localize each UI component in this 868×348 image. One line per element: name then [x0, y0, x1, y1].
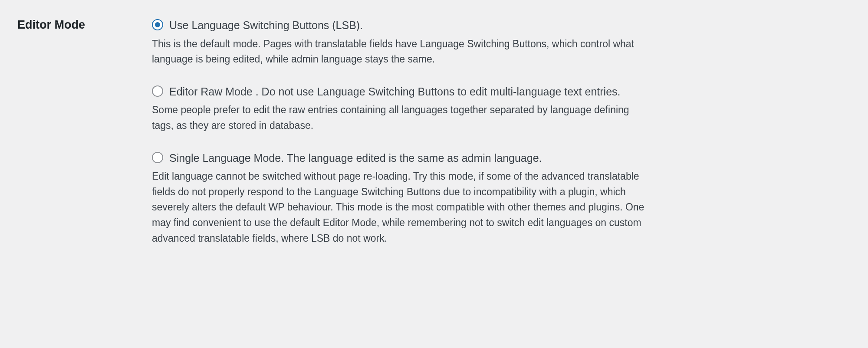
- option-raw-label[interactable]: Editor Raw Mode . Do not use Language Sw…: [169, 84, 621, 100]
- radio-raw[interactable]: [152, 85, 163, 97]
- radio-single[interactable]: [152, 152, 163, 163]
- option-single-label[interactable]: Single Language Mode. The language edite…: [169, 150, 542, 167]
- option-single: Single Language Mode. The language edite…: [152, 150, 647, 246]
- option-lsb-description: This is the default mode. Pages with tra…: [152, 36, 647, 67]
- radio-lsb[interactable]: [152, 19, 163, 30]
- options-container: Use Language Switching Buttons (LSB). Th…: [152, 17, 647, 246]
- section-title: Editor Mode: [17, 17, 152, 33]
- option-single-description: Edit language cannot be switched without…: [152, 169, 647, 246]
- option-lsb: Use Language Switching Buttons (LSB). Th…: [152, 17, 647, 67]
- option-raw: Editor Raw Mode . Do not use Language Sw…: [152, 84, 647, 134]
- option-lsb-label[interactable]: Use Language Switching Buttons (LSB).: [169, 17, 363, 34]
- option-raw-description: Some people prefer to edit the raw entri…: [152, 102, 647, 133]
